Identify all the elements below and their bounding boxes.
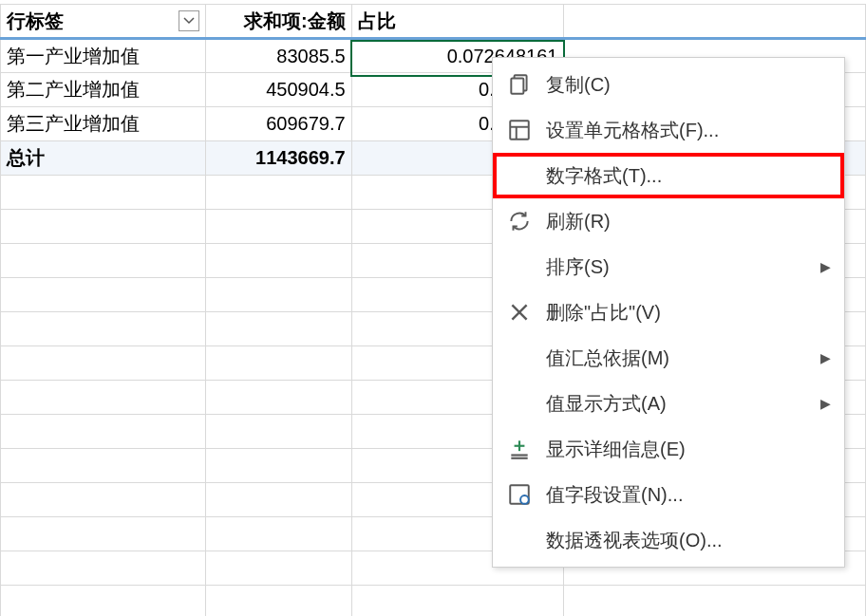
menu-summarize-by[interactable]: 值汇总依据(M) ▶ [493, 335, 844, 381]
refresh-icon [493, 209, 546, 233]
delete-icon [493, 300, 546, 325]
menu-show-detail[interactable]: 显示详细信息(E) [493, 426, 844, 472]
menu-show-as-label: 值显示方式(A) [546, 391, 816, 417]
cell-label[interactable]: 第三产业增加值 [1, 107, 206, 141]
menu-show-detail-label: 显示详细信息(E) [546, 437, 816, 462]
menu-format-cells-label: 设置单元格格式(F)... [546, 118, 816, 143]
header-row-label[interactable]: 行标签 [1, 5, 206, 39]
header-row-label-text: 行标签 [7, 10, 64, 31]
menu-format-cells[interactable]: 设置单元格格式(F)... [493, 107, 844, 153]
cell-total-amount[interactable]: 1143669.7 [205, 141, 351, 176]
cell-amount[interactable]: 83085.5 [205, 39, 351, 73]
menu-copy[interactable]: 复制(C) [493, 62, 844, 107]
menu-refresh[interactable]: 刷新(R) [493, 198, 844, 244]
copy-icon [493, 72, 546, 97]
svg-point-12 [520, 495, 529, 504]
cell-label[interactable]: 第一产业增加值 [1, 39, 206, 73]
menu-summarize-by-label: 值汇总依据(M) [546, 345, 816, 371]
format-cells-icon [493, 118, 546, 142]
show-detail-icon [493, 437, 546, 461]
header-sum-amount[interactable]: 求和项:金额 [205, 5, 351, 39]
field-settings-icon [493, 482, 546, 507]
context-menu: 复制(C) 设置单元格格式(F)... 数字格式(T)... 刷新(R) 排序(… [492, 57, 845, 568]
header-row: 行标签 求和项:金额 占比 [1, 5, 866, 39]
menu-pivot-options[interactable]: 数据透视表选项(O)... [493, 517, 844, 563]
svg-rect-1 [511, 79, 523, 94]
menu-pivot-options-label: 数据透视表选项(O)... [546, 528, 816, 553]
menu-remove-field[interactable]: 删除"占比"(V) [493, 289, 844, 335]
menu-field-settings-label: 值字段设置(N)... [546, 482, 816, 508]
menu-number-format-label: 数字格式(T)... [546, 163, 816, 189]
menu-number-format[interactable]: 数字格式(T)... [493, 153, 844, 198]
svg-rect-2 [510, 121, 529, 140]
menu-show-as[interactable]: 值显示方式(A) ▶ [493, 381, 844, 426]
menu-remove-field-label: 删除"占比"(V) [546, 300, 816, 326]
menu-sort[interactable]: 排序(S) ▶ [493, 244, 844, 289]
menu-refresh-label: 刷新(R) [546, 209, 816, 234]
filter-dropdown-icon[interactable] [179, 10, 199, 31]
cell-total-label[interactable]: 总计 [1, 141, 206, 176]
menu-copy-label: 复制(C) [546, 72, 816, 98]
submenu-arrow-icon: ▶ [816, 350, 835, 365]
menu-sort-label: 排序(S) [546, 254, 816, 280]
cell-label[interactable]: 第二产业增加值 [1, 73, 206, 107]
cell-amount[interactable]: 450904.5 [205, 73, 351, 107]
header-ratio[interactable]: 占比 [351, 5, 564, 39]
header-empty[interactable] [564, 5, 866, 39]
cell-amount[interactable]: 609679.7 [205, 107, 351, 141]
menu-field-settings[interactable]: 值字段设置(N)... [493, 472, 844, 517]
submenu-arrow-icon: ▶ [816, 259, 835, 274]
submenu-arrow-icon: ▶ [816, 396, 835, 411]
